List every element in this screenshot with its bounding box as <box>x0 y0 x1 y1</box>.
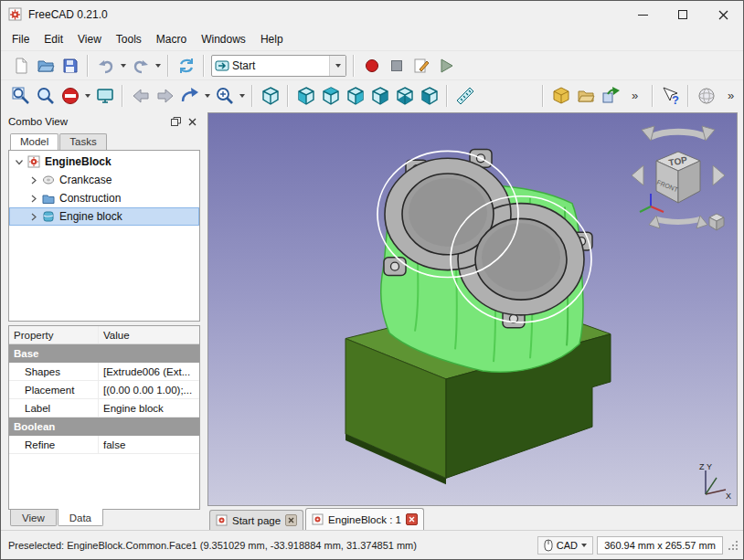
property-value[interactable]: false <box>99 436 199 453</box>
close-tab-button[interactable] <box>406 513 418 525</box>
app-icon <box>8 7 23 22</box>
nav-forward-button[interactable] <box>153 83 177 108</box>
axis-indicator: Z Y X <box>689 458 733 502</box>
resize-grip[interactable] <box>727 539 739 552</box>
property-row-placement[interactable]: Placement [(0.00 0.00 1.00);... <box>9 381 199 399</box>
float-panel-button[interactable] <box>167 114 184 129</box>
property-value[interactable]: Engine block <box>99 399 199 417</box>
property-row-shapes[interactable]: Shapes [Extrude006 (Ext... <box>9 363 199 381</box>
macro-execute-button[interactable] <box>433 53 458 78</box>
rotate-right-arrow[interactable] <box>713 165 725 185</box>
property-value[interactable]: [(0.00 0.00 1.00);... <box>99 381 199 398</box>
workbench-icon <box>212 58 232 73</box>
chevron-down-icon <box>239 94 245 98</box>
menu-view[interactable]: View <box>70 30 109 48</box>
export-button[interactable] <box>598 83 622 108</box>
right-view-button[interactable] <box>343 83 367 108</box>
expander-icon[interactable] <box>29 176 37 185</box>
menu-file[interactable]: File <box>5 30 37 48</box>
menu-edit[interactable]: Edit <box>37 30 70 48</box>
workbench-dropdown[interactable] <box>329 56 345 76</box>
tab-engineblock-document[interactable]: EngineBlock : 1 <box>305 508 424 530</box>
toolbar-separator <box>652 85 654 107</box>
package-button[interactable] <box>548 83 573 108</box>
bottom-view-button[interactable] <box>392 83 417 108</box>
menu-help[interactable]: Help <box>253 30 291 48</box>
close-button[interactable] <box>703 1 743 28</box>
refresh-icon <box>177 57 196 75</box>
clipping-button[interactable] <box>58 83 82 108</box>
workbench-selector[interactable]: Start <box>211 55 346 77</box>
redo-button[interactable] <box>128 53 153 78</box>
refresh-button[interactable] <box>174 53 198 78</box>
tab-model[interactable]: Model <box>10 133 58 151</box>
undo-button[interactable] <box>93 53 118 78</box>
property-row-label[interactable]: Label Engine block <box>9 399 199 417</box>
open-button[interactable] <box>33 53 58 78</box>
folder-button[interactable] <box>573 83 598 108</box>
nav-style-selector[interactable]: CAD <box>537 536 593 555</box>
maximize-button[interactable] <box>663 1 703 28</box>
expander-icon[interactable] <box>29 213 37 221</box>
macro-edit-button[interactable] <box>409 53 433 78</box>
front-view-button[interactable] <box>293 83 318 108</box>
axonometric-view-button[interactable] <box>258 83 282 108</box>
freecad-document-icon <box>312 513 324 525</box>
link-dropdown[interactable] <box>202 84 212 108</box>
rear-view-button[interactable] <box>367 83 392 108</box>
no-entry-icon <box>60 86 80 106</box>
tree-item-construction[interactable]: Construction <box>9 189 199 207</box>
menu-windows[interactable]: Windows <box>194 30 253 48</box>
save-button[interactable] <box>58 53 82 78</box>
titlebar: FreeCAD 0.21.0 <box>1 1 743 28</box>
tree-item-engineblock[interactable]: EngineBlock <box>9 153 199 171</box>
close-tab-button[interactable] <box>285 514 297 526</box>
tab-data-properties[interactable]: Data <box>58 509 103 526</box>
macro-record-button[interactable] <box>359 53 384 78</box>
solid-shape-icon <box>42 210 55 223</box>
fit-all-button[interactable] <box>8 83 33 108</box>
undo-dropdown[interactable] <box>118 54 128 78</box>
whats-this-button[interactable]: ? <box>658 83 683 108</box>
link-navigate-button[interactable] <box>177 83 202 108</box>
minimize-button[interactable] <box>622 1 663 28</box>
left-view-button[interactable] <box>417 83 441 108</box>
property-row-refine[interactable]: Refine false <box>9 436 199 454</box>
tree-item-label: EngineBlock <box>45 155 112 168</box>
menu-tools[interactable]: Tools <box>109 30 149 48</box>
tree-item-engine-block[interactable]: Engine block <box>9 207 199 226</box>
top-view-button[interactable] <box>318 83 343 108</box>
property-value[interactable]: [Extrude006 (Ext... <box>99 363 199 380</box>
fit-selection-button[interactable] <box>33 83 58 108</box>
zoom-button[interactable] <box>212 83 237 108</box>
menu-macro[interactable]: Macro <box>149 30 194 48</box>
mini-cube-icon[interactable] <box>709 214 724 230</box>
tab-start-page[interactable]: Start page <box>209 510 303 530</box>
clipping-dropdown[interactable] <box>82 84 92 108</box>
fit-selection-icon <box>36 86 56 106</box>
redo-dropdown[interactable] <box>153 54 163 78</box>
navigation-sphere-button[interactable] <box>694 83 718 108</box>
tree-item-crankcase[interactable]: Crankcase <box>9 171 199 189</box>
property-editor-tabs: View Data <box>8 510 200 530</box>
macro-stop-button[interactable] <box>384 53 409 78</box>
freecad-document-icon <box>216 514 228 526</box>
expander-icon[interactable] <box>15 158 23 166</box>
new-document-button[interactable] <box>8 53 33 78</box>
expander-icon[interactable] <box>29 195 37 203</box>
zoom-dropdown[interactable] <box>237 84 247 108</box>
tab-view-properties[interactable]: View <box>10 510 57 526</box>
tab-tasks[interactable]: Tasks <box>59 133 106 150</box>
toolbar-overflow-button[interactable]: » <box>622 83 647 108</box>
close-panel-button[interactable] <box>184 114 200 129</box>
measure-button[interactable] <box>452 83 477 108</box>
3d-viewport[interactable]: TOP FRONT Z Y <box>207 112 738 506</box>
toolbar-separator <box>446 85 448 107</box>
navigation-cube[interactable]: TOP FRONT <box>627 119 729 239</box>
toolbar-separator <box>167 55 169 77</box>
draw-style-button[interactable] <box>92 83 117 108</box>
whats-this-icon: ? <box>661 86 681 106</box>
toolbar-overflow-button-2[interactable]: » <box>718 83 743 108</box>
rotate-left-arrow[interactable] <box>632 165 643 185</box>
nav-back-button[interactable] <box>128 83 153 108</box>
